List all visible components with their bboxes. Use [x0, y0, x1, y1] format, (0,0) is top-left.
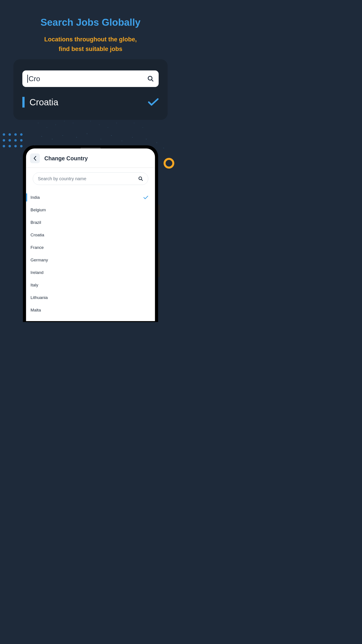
- phone-mockup: Change Country Search by country name In…: [23, 145, 158, 322]
- search-card: Cro Croatia: [13, 59, 168, 120]
- country-item[interactable]: Brazil: [26, 216, 155, 229]
- subtitle-line1: Locations throughout the globe,: [44, 36, 137, 43]
- selection-indicator: [26, 194, 27, 202]
- subtitle-line2: find best suitable jobs: [58, 46, 122, 52]
- page-subtitle: Locations throughout the globe, find bes…: [0, 35, 181, 54]
- phone-screen: Change Country Search by country name In…: [26, 148, 155, 321]
- back-button[interactable]: [30, 154, 40, 163]
- check-icon: [143, 196, 148, 199]
- country-list: IndiaBelgiumBrazilCroatiaFranceGermanyIr…: [26, 188, 155, 321]
- check-icon: [148, 98, 159, 106]
- country-item[interactable]: Lithuania: [26, 291, 155, 304]
- app-header: Change Country: [26, 148, 155, 168]
- svg-point-2: [139, 177, 142, 180]
- country-item[interactable]: Belgium: [26, 204, 155, 216]
- country-item-label: France: [26, 245, 148, 250]
- svg-point-0: [148, 76, 152, 80]
- dot-decoration: [3, 133, 23, 148]
- country-item[interactable]: Ireland: [26, 266, 155, 279]
- country-item[interactable]: Germany: [26, 254, 155, 266]
- search-input-value: Cro: [28, 75, 147, 83]
- search-icon[interactable]: [138, 176, 143, 181]
- country-item-label: Brazil: [26, 220, 148, 225]
- country-item-label: Belgium: [26, 208, 148, 212]
- svg-line-3: [141, 179, 143, 181]
- country-item[interactable]: Netherlands: [26, 316, 155, 321]
- search-result-label: Croatia: [29, 97, 148, 107]
- header-title: Change Country: [44, 155, 88, 162]
- country-item[interactable]: Malta: [26, 304, 155, 316]
- country-item[interactable]: India: [26, 191, 155, 204]
- search-placeholder: Search by country name: [38, 176, 138, 181]
- svg-line-1: [152, 80, 153, 82]
- search-icon[interactable]: [147, 76, 154, 82]
- selection-indicator: [22, 97, 24, 108]
- country-item-label: Ireland: [26, 270, 148, 275]
- country-item-label: India: [26, 195, 143, 200]
- country-name-search-input[interactable]: Search by country name: [33, 172, 148, 185]
- country-item[interactable]: Croatia: [26, 229, 155, 241]
- country-item-label: Lithuania: [26, 295, 148, 300]
- country-search-input[interactable]: Cro: [22, 70, 159, 87]
- country-item-label: Germany: [26, 258, 148, 262]
- country-item[interactable]: Italy: [26, 279, 155, 291]
- country-item-label: Croatia: [26, 232, 148, 238]
- text-cursor: [27, 75, 28, 83]
- chevron-left-icon: [33, 156, 37, 161]
- country-item-label: Netherlands: [26, 320, 148, 321]
- page-title: Search Jobs Globally: [0, 0, 181, 28]
- search-result-item[interactable]: Croatia: [22, 97, 159, 108]
- country-item-label: Malta: [26, 308, 148, 312]
- phone-side-button: [158, 204, 160, 220]
- ring-decoration: [164, 158, 174, 168]
- phone-side-button: [158, 253, 160, 277]
- country-item[interactable]: France: [26, 241, 155, 254]
- country-item-label: Italy: [26, 283, 148, 288]
